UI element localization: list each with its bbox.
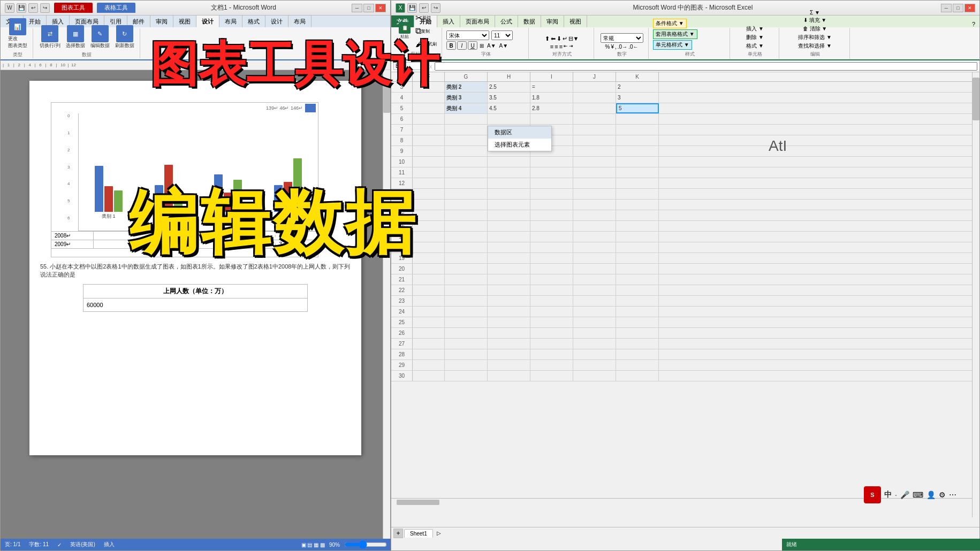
add-sheet-btn[interactable]: +: [393, 529, 403, 538]
excel-tab-view[interactable]: 视图: [564, 16, 587, 27]
excel-tab-formula[interactable]: 公式: [495, 16, 518, 27]
excel-tab-insert[interactable]: 插入: [437, 16, 460, 27]
tab-format2[interactable]: 格式: [242, 16, 265, 27]
cell-row-21-col-2[interactable]: [488, 274, 530, 285]
excel-undo-btn[interactable]: ↩: [419, 3, 429, 13]
cell-row-26-col-1[interactable]: [445, 328, 488, 338]
cell-row-30-col-3[interactable]: [530, 371, 573, 381]
cell-g5[interactable]: 类别 4: [445, 103, 488, 113]
autosum-btn[interactable]: Σ ▼: [810, 10, 820, 16]
excel-scrollbar-v[interactable]: [972, 72, 979, 517]
tab-review[interactable]: 审阅: [150, 16, 173, 27]
excel-minimize-btn[interactable]: ─: [941, 4, 952, 12]
cell-row-22-col-2[interactable]: [488, 285, 530, 295]
cell-row-29-col-3[interactable]: [530, 360, 573, 370]
cell-row-27-col-4[interactable]: [573, 339, 616, 349]
cell-row-27-col-1[interactable]: [445, 339, 488, 349]
cell-row-23-col-3[interactable]: [530, 296, 573, 306]
cell-k5[interactable]: 5: [616, 103, 659, 113]
fill-btn[interactable]: ⬇ 填充 ▼: [803, 17, 826, 24]
clear-btn[interactable]: 🗑 清除 ▼: [803, 25, 827, 33]
excel-scroll-thumb-h[interactable]: [397, 500, 439, 505]
cell-row-21-col-4[interactable]: [573, 274, 616, 285]
context-item-data[interactable]: 数据区: [488, 126, 551, 139]
cell-row-23-col-0[interactable]: [413, 296, 445, 306]
cell-h5[interactable]: 4.5: [488, 103, 530, 113]
cell-row-22-col-4[interactable]: [573, 285, 616, 295]
cell-row-10-col-0[interactable]: [413, 157, 445, 167]
sougo-dot[interactable]: ·: [895, 491, 897, 499]
tab-design2[interactable]: 设计: [265, 16, 288, 27]
cell-row-10-col-1[interactable]: [445, 157, 488, 167]
excel-redo-btn[interactable]: ↪: [431, 3, 440, 13]
close-btn[interactable]: ✕: [375, 4, 386, 12]
excel-maximize-btn[interactable]: □: [953, 4, 963, 12]
cell-row-22-col-3[interactable]: [530, 285, 573, 295]
cell-row-6-col-5[interactable]: [616, 114, 659, 124]
cell-row-9-col-0[interactable]: [413, 146, 445, 156]
cell-row-23-col-4[interactable]: [573, 296, 616, 306]
cell-row-8-col-4[interactable]: [573, 135, 616, 146]
sougo-settings-icon[interactable]: ⚙: [939, 491, 946, 499]
chart-handle[interactable]: [305, 104, 316, 112]
cell-row-8-col-5[interactable]: [616, 135, 659, 146]
cell-row-7-col-5[interactable]: [616, 125, 659, 135]
cell-row-30-col-5[interactable]: [616, 371, 659, 381]
context-item-chart[interactable]: 选择图表元素: [488, 139, 551, 151]
cell-row-9-col-5[interactable]: [616, 146, 659, 156]
save-btn[interactable]: 💾: [17, 3, 26, 13]
cell-row-30-col-4[interactable]: [573, 371, 616, 381]
sheet-nav-icon[interactable]: ▷: [434, 529, 444, 538]
cell-row-10-col-4[interactable]: [573, 157, 616, 167]
excel-tab-data[interactable]: 数据: [518, 16, 541, 27]
cell-row-28-col-4[interactable]: [573, 349, 616, 359]
cell-f5[interactable]: [413, 103, 445, 113]
cell-row-29-col-0[interactable]: [413, 360, 445, 370]
cell-row-9-col-1[interactable]: [445, 146, 488, 156]
tab-format[interactable]: 布局: [219, 16, 242, 27]
cell-row-27-col-0[interactable]: [413, 339, 445, 349]
word-scrollbar-v[interactable]: [383, 70, 390, 541]
cell-row-29-col-5[interactable]: [616, 360, 659, 370]
cell-row-27-col-2[interactable]: [488, 339, 530, 349]
cell-row-22-col-5[interactable]: [616, 285, 659, 295]
zoom-slider[interactable]: [344, 540, 387, 549]
cell-row-25-col-5[interactable]: [616, 317, 659, 327]
cell-row-6-col-2[interactable]: [488, 114, 530, 124]
cell-row-8-col-0[interactable]: [413, 135, 445, 146]
cell-row-21-col-5[interactable]: [616, 274, 659, 285]
cell-row-6-col-4[interactable]: [573, 114, 616, 124]
cell-row-23-col-5[interactable]: [616, 296, 659, 306]
cell-row-23-col-1[interactable]: [445, 296, 488, 306]
excel-help-btn[interactable]: ?: [968, 21, 979, 27]
cell-row-30-col-2[interactable]: [488, 371, 530, 381]
cell-row-6-col-1[interactable]: [445, 114, 488, 124]
cell-row-23-col-2[interactable]: [488, 296, 530, 306]
cell-row-29-col-1[interactable]: [445, 360, 488, 370]
cell-row-29-col-4[interactable]: [573, 360, 616, 370]
cell-row-21-col-1[interactable]: [445, 274, 488, 285]
switch-row-col-btn[interactable]: ⇄ 切换行/列: [37, 24, 63, 50]
cell-row-25-col-3[interactable]: [530, 317, 573, 327]
cell-row-28-col-2[interactable]: [488, 349, 530, 359]
cell-row-27-col-5[interactable]: [616, 339, 659, 349]
undo-btn[interactable]: ↩: [28, 3, 38, 13]
cell-row-27-col-3[interactable]: [530, 339, 573, 349]
cell-row-22-col-0[interactable]: [413, 285, 445, 295]
cell-row-7-col-0[interactable]: [413, 125, 445, 135]
maximize-btn[interactable]: □: [363, 4, 374, 12]
cell-row-25-col-2[interactable]: [488, 317, 530, 327]
cell-row-6-col-0[interactable]: [413, 114, 445, 124]
sougo-s-icon[interactable]: S: [864, 486, 881, 503]
cell-row-9-col-4[interactable]: [573, 146, 616, 156]
cell-row-8-col-1[interactable]: [445, 135, 488, 146]
redo-btn[interactable]: ↪: [40, 3, 50, 13]
cell-row-24-col-3[interactable]: [530, 307, 573, 317]
cell-row-25-col-0[interactable]: [413, 317, 445, 327]
sheet-tab-sheet1[interactable]: Sheet1: [404, 529, 433, 538]
select-data-btn[interactable]: ▦ 选择数据: [64, 24, 87, 50]
cell-row-22-col-1[interactable]: [445, 285, 488, 295]
cell-row-21-col-0[interactable]: [413, 274, 445, 285]
cell-i5[interactable]: 2.8: [530, 103, 573, 113]
cell-row-26-col-3[interactable]: [530, 328, 573, 338]
